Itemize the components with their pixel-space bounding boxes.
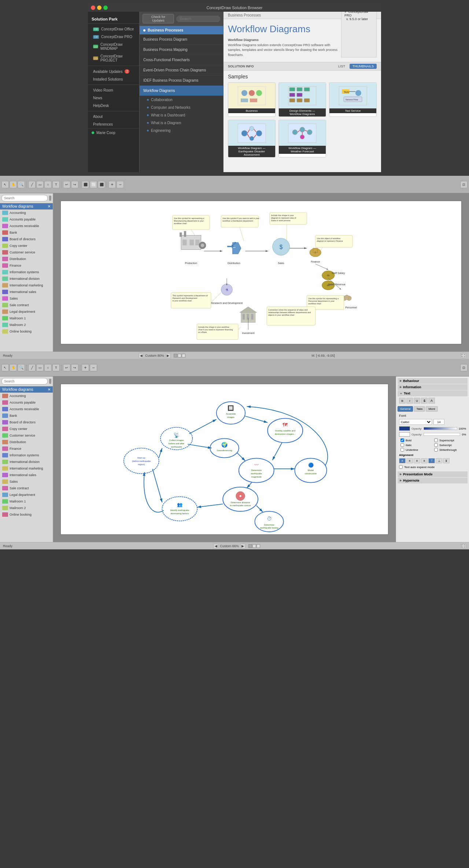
panel-list-item[interactable]: Finance (0, 445, 53, 452)
pointer-tool[interactable]: ↖ (1, 181, 9, 188)
italic-tool[interactable]: I (406, 398, 413, 404)
fit-page-btn-2[interactable]: ⊡ (460, 364, 468, 371)
text-tool-2[interactable]: T (52, 364, 60, 371)
panel-list-item[interactable]: Legal department (0, 308, 53, 315)
middle-sub-dashboard[interactable]: What is a Dashboard (140, 111, 223, 119)
sidebar-item-video[interactable]: Video Room (88, 86, 139, 94)
page-nav-3[interactable] (182, 354, 185, 357)
middle-sub-networks[interactable]: Computer and Networks (140, 104, 223, 111)
opacity-slider-2[interactable] (424, 433, 460, 436)
italic-checkbox[interactable] (400, 443, 404, 447)
panel-list-item[interactable]: Accounting (0, 209, 53, 216)
zoom-tool-2[interactable]: 🔍 (18, 364, 25, 371)
superscript-checkbox[interactable] (434, 438, 438, 442)
sidebar-item-news[interactable]: News (88, 94, 139, 102)
panel-list-item[interactable]: Customer service (0, 249, 53, 256)
panel-list-item[interactable]: Bank (0, 229, 53, 236)
font-color-swatch[interactable] (399, 426, 410, 431)
panel-list-item[interactable]: International division (0, 459, 53, 465)
panel-list-item[interactable]: Board of directors (0, 419, 53, 426)
panel-list-item[interactable]: Copy center (0, 426, 53, 432)
panel-list-item[interactable]: Accounts receivable (0, 223, 53, 229)
panel-list-item[interactable]: Accounts payable (0, 216, 53, 223)
minimize-button[interactable] (97, 5, 101, 10)
panel-search-input[interactable] (1, 195, 48, 201)
text-tool[interactable]: T (52, 181, 60, 188)
sidebar-item-mindmap[interactable]: CD ConceptDraw MINDMAP (88, 41, 139, 52)
panel-list-item[interactable]: International sales (0, 289, 53, 295)
zoom-decrease-btn[interactable]: ◀ (139, 353, 144, 358)
hypernote-section[interactable]: ▶ Hypernote (398, 478, 468, 483)
panel-list-item[interactable]: Sale contract (0, 302, 53, 308)
zoom-tool[interactable]: 🔍 (18, 181, 25, 188)
panel-list-item[interactable]: Information systems (0, 269, 53, 275)
check-updates-button[interactable]: Check for Updates (143, 14, 174, 23)
panel-list-item[interactable]: Customer service (0, 432, 53, 439)
panel-list-item[interactable]: Accounting (0, 393, 53, 399)
tabs-tab[interactable]: Tabs (414, 406, 425, 412)
sidebar-item-installed[interactable]: Installed Solutions (88, 75, 139, 83)
undo-btn[interactable]: ↩ (63, 181, 70, 188)
align-right-btn[interactable]: ⬛ (98, 181, 105, 188)
middle-sub-engineering[interactable]: Engineering (140, 127, 223, 134)
middle-sub-diagram[interactable]: What is a Diagram (140, 119, 223, 127)
valign-middle-btn[interactable]: ⊥ (436, 458, 442, 463)
panel-close-btn[interactable]: ✕ (48, 204, 51, 208)
panel-toggle-btn-2[interactable] (49, 379, 51, 384)
strikethrough-checkbox[interactable] (434, 448, 438, 452)
page-nav-2[interactable] (178, 354, 181, 357)
rect-tool[interactable]: ▭ (36, 181, 44, 188)
panel-search-input-2[interactable] (1, 378, 48, 385)
ellipse-tool[interactable]: ○ (44, 181, 52, 188)
middle-sub-collaboration[interactable]: Collaboration (140, 96, 223, 104)
more-tab[interactable]: More (426, 406, 437, 412)
panel-list-item[interactable]: Sales (0, 295, 53, 302)
text-auto-expand-checkbox[interactable] (399, 465, 403, 469)
font-size-input[interactable] (433, 419, 444, 425)
fit-page-btn[interactable]: ⊡ (460, 181, 468, 188)
maximize-button[interactable] (103, 5, 108, 10)
hand-tool-2[interactable]: ✋ (10, 364, 17, 371)
presentation-mode-section[interactable]: ▶ Presentation Mode (398, 471, 468, 477)
align-justify-btn[interactable]: ≡ (421, 458, 428, 463)
panel-list-item[interactable]: Bank (0, 412, 53, 419)
line-tool[interactable]: ╱ (28, 181, 36, 188)
panel-list-item[interactable]: Online booking (0, 328, 53, 335)
panel-list-item[interactable]: Accounts payable (0, 399, 53, 406)
sidebar-item-pro[interactable]: CD ConceptDraw PRO (88, 33, 139, 41)
panel-list-item[interactable]: Distribution (0, 256, 53, 262)
behaviour-section[interactable]: ▶ Behaviour (398, 378, 468, 384)
middle-item-workflow[interactable]: Workflow Diagrams (140, 86, 223, 96)
align-center-btn-prop[interactable]: ≡ (406, 458, 413, 463)
sidebar-item-updates[interactable]: Available Updates 2 (88, 67, 139, 75)
zoom-decrease-btn-2[interactable]: ◀ (213, 544, 218, 549)
panel-list-item[interactable]: Online booking (0, 511, 53, 518)
information-section[interactable]: ▶ Information (398, 384, 468, 390)
panel-list-item[interactable]: Sales (0, 478, 53, 485)
panel-toggle-btn[interactable] (49, 196, 51, 201)
page-nav-b3[interactable] (256, 544, 260, 548)
zoom-out-btn-2[interactable]: − (90, 364, 97, 371)
panel-close-btn-2[interactable]: ✕ (48, 387, 51, 392)
underline-checkbox[interactable] (400, 448, 404, 452)
valign-top-btn[interactable]: ⊤ (428, 458, 435, 463)
middle-item-idef[interactable]: IDEF Business Process Diagrams (140, 75, 223, 86)
panel-list-item[interactable]: International marketing (0, 282, 53, 289)
opacity-slider-1[interactable] (424, 427, 457, 430)
general-tab[interactable]: General (398, 406, 413, 412)
middle-search-input[interactable] (176, 16, 220, 22)
redo-btn[interactable]: ↪ (71, 181, 78, 188)
text-section[interactable]: ▼ Text (398, 390, 468, 396)
bg-color-swatch[interactable] (399, 432, 410, 437)
panel-list-item[interactable]: Mailroom 1 (0, 498, 53, 505)
align-left-btn[interactable]: ≡ (399, 458, 406, 463)
sidebar-item-helpdesk[interactable]: HelpDesk (88, 102, 139, 110)
fullscreen-btn[interactable]: ⛶ (461, 353, 466, 358)
panel-list-item[interactable]: Sale contract (0, 485, 53, 492)
sidebar-item-project[interactable]: CD ConceptDraw PROJECT (88, 52, 139, 64)
fullscreen-btn-2[interactable]: ⛶ (461, 544, 466, 549)
middle-item-cff[interactable]: Cross-Functional Flowcharts (140, 55, 223, 65)
page-nav-b1[interactable] (248, 544, 252, 548)
sample-card-business[interactable]: Business (228, 82, 276, 117)
panel-list-item[interactable]: Accounts receivable (0, 406, 53, 412)
